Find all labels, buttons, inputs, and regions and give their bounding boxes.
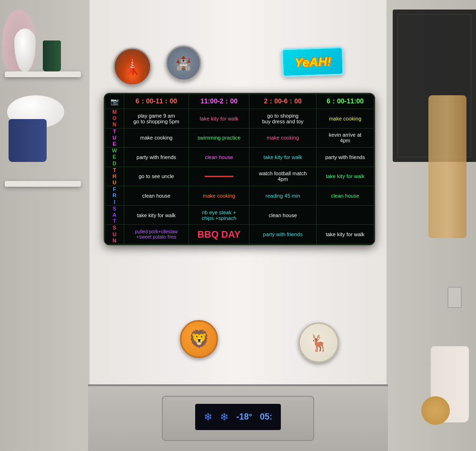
sat-col3: clean house [249,205,317,225]
day-sat: SAT [105,205,124,225]
wall-outlet [447,287,462,308]
fri-col1: clean house [124,186,189,206]
wed-col4: party with friends [317,148,374,167]
mon-col1: play game 9 amgo to shopping 5pm [124,109,189,129]
fridge-temp: -18° [236,412,252,422]
castle-icon: 🏰 [175,55,192,71]
snowflake1-icon: ❄ [204,411,212,423]
table-row: FRI clean house make cooking reading 45 … [105,186,374,206]
cutting-board [428,95,466,238]
left-shelf [0,0,88,451]
thu-col4: take kity for walk [317,167,374,186]
wed-col3: take kity for walk [249,148,317,167]
table-row: WED party with friends clean house take … [105,148,374,167]
day-thu: THU [105,167,124,186]
fri-col3: reading 45 min [249,186,317,206]
day-mon: MON [105,109,124,129]
paris-eiffel-icon: 🗼 [123,58,142,76]
bbq-day-text: BBQ DAY [198,229,240,240]
mon-col4: make cooking [317,109,374,129]
sun-col4: take kity for walk [317,225,374,244]
fridge-bottom: ❄ ❄ -18° 05: [88,384,388,451]
sun-col2: BBQ DAY [188,225,249,244]
magnet-paris[interactable]: 🗼 [113,48,151,86]
camera-icon: 📷 [110,98,119,105]
blue-cup [9,119,47,162]
moose-icon: 🦌 [309,333,329,352]
magnet-castle[interactable]: 🏰 [166,45,201,81]
table-row: THU go to see uncle watch football match… [105,167,374,186]
mon-col3: go to shopingbuy dress and toy [249,109,317,129]
magnet-yeah[interactable]: YeAH! [281,47,344,78]
table-row: MON play game 9 amgo to shopping 5pm tak… [105,109,374,129]
fridge-display-screen: ❄ ❄ -18° 05: [195,404,281,430]
sun-col1: pulled pork+cileslaw+sweet potato fries [124,225,189,244]
yeah-text: YeAH! [294,54,331,70]
red-line-decoration [205,176,233,177]
schedule-table: 📷 6：00-11：00 11:00-2：00 2：00-6：00 6：00-1… [105,94,374,244]
fri-col4: clean house [317,186,374,206]
header-icon-cell: 📷 [105,94,124,109]
wed-col1: party with friends [124,148,189,167]
day-sun: SUN [105,225,124,244]
lion-icon: 🦁 [188,329,210,349]
tue-col2: swimming practice [188,128,249,148]
mon-col2: take kity for walk [188,109,249,129]
time-col-4-label: 6：00-11:00 [327,97,364,105]
fri-col2: make cooking [188,186,249,206]
day-tue: TUE [105,128,124,148]
sat-col1: take kity for walk [124,205,189,225]
header-time3: 2：00-6：00 [249,94,317,109]
biscuit [421,396,450,425]
thu-col1: go to see uncle [124,167,189,186]
day-wed: WED [105,148,124,167]
magnet-lion[interactable]: 🦁 [180,320,218,358]
header-row: 📷 6：00-11：00 11:00-2：00 2：00-6：00 6：00-1… [105,94,374,109]
tue-col3: make cooking [249,128,317,148]
table-row: SAT take kity for walk rib eye steak +ch… [105,205,374,225]
time-col-2-label: 11:00-2：00 [200,97,238,105]
sat-col2: rib eye steak +chips +spinach [188,205,249,225]
table-row: SUN pulled pork+cileslaw+sweet potato fr… [105,225,374,244]
snowflake2-icon: ❄ [220,411,228,423]
header-time1: 6：00-11：00 [124,94,189,109]
time-col-1-label: 6：00-11：00 [136,97,177,105]
thu-col2 [188,167,249,186]
dark-cup [43,40,61,71]
magnet-moose[interactable]: 🦌 [298,322,339,363]
thu-col3: watch football match4pm [249,167,317,186]
time-col-3-label: 2：00-6：00 [264,97,301,105]
fridge-bottom-panel: ❄ ❄ -18° 05: [162,396,314,441]
table-row: TUE make cooking swimming practice make … [105,128,374,148]
sun-col3: party with friends [249,225,317,244]
header-time2: 11:00-2：00 [188,94,249,109]
tue-col4: kevin arrive at4pm [317,128,374,148]
fridge-time: 05: [260,412,272,422]
sat-col4 [317,205,374,225]
schedule-board: 📷 6：00-11：00 11:00-2：00 2：00-6：00 6：00-1… [104,93,375,245]
magnet-paris-inner: 🗼 [115,49,150,84]
tue-col1: make cooking [124,128,189,148]
header-time4: 6：00-11:00 [317,94,374,109]
day-fri: FRI [105,186,124,206]
refrigerator: 🗼 🏰 YeAH! 🦁 🦌 📷 6：00-11：00 [88,0,388,451]
wed-col2: clean house [188,148,249,167]
right-side [388,0,476,451]
